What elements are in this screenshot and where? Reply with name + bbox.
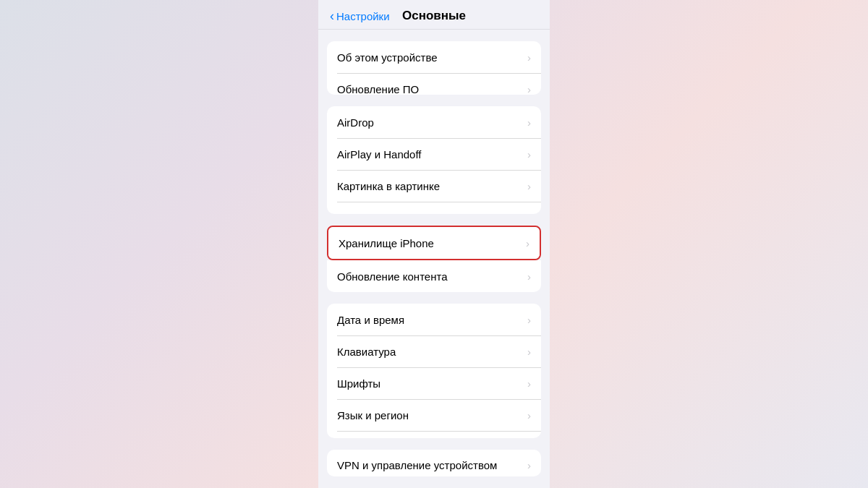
phone-frame: ‹ Настройки Основные Об этом устройстве … [318,0,550,488]
settings-group-5: VPN и управление устройством › [327,450,541,476]
settings-group-3b: Обновление контента › [327,260,541,292]
row-vpn[interactable]: VPN и управление устройством › [327,450,541,476]
row-software-update-label: Обновление ПО [337,83,419,95]
row-keyboard[interactable]: Клавиатура › [327,335,541,367]
row-iphone-storage-chevron-icon: › [526,237,529,249]
row-software-update-chevron-icon: › [527,83,531,95]
row-airdrop[interactable]: AirDrop › [327,106,541,138]
nav-bar: ‹ Настройки Основные [318,0,550,30]
settings-group-1: Об этом устройстве › Обновление ПО › [327,41,541,95]
row-about-chevron-icon: › [527,51,531,64]
row-picture-in-picture-chevron-icon: › [527,180,531,192]
row-carplay-chevron-icon: › [527,212,531,214]
highlighted-storage-inner: Хранилище iPhone › [328,227,540,259]
row-airplay-handoff-label: AirPlay и Handoff [337,148,422,160]
back-label: Настройки [336,10,390,22]
row-dictionary[interactable]: Словарь › [327,431,541,438]
settings-content: Об этом устройстве › Обновление ПО › Air… [318,30,550,488]
row-software-update[interactable]: Обновление ПО › [327,73,541,95]
settings-group-3-container: Хранилище iPhone › Обновление контента › [327,226,541,292]
row-picture-in-picture-label: Картинка в картинке [337,180,440,192]
row-iphone-storage-label: Хранилище iPhone [339,237,434,249]
row-keyboard-chevron-icon: › [527,346,531,358]
row-content-update-label: Обновление контента [337,270,448,283]
back-chevron-icon: ‹ [330,9,334,22]
settings-group-2: AirDrop › AirPlay и Handoff › Картинка в… [327,106,541,214]
row-date-time-chevron-icon: › [527,314,531,326]
row-fonts[interactable]: Шрифты › [327,367,541,399]
row-about[interactable]: Об этом устройстве › [327,41,541,73]
row-content-update[interactable]: Обновление контента › [327,260,541,292]
row-airdrop-label: AirDrop [337,116,374,129]
row-fonts-chevron-icon: › [527,377,531,390]
row-carplay[interactable]: CarPlay › [327,202,541,214]
row-carplay-label: CarPlay [337,212,375,214]
row-airdrop-chevron-icon: › [527,116,531,129]
row-vpn-label: VPN и управление устройством [337,459,497,471]
row-picture-in-picture[interactable]: Картинка в картинке › [327,170,541,202]
row-airplay-handoff[interactable]: AirPlay и Handoff › [327,138,541,170]
row-vpn-chevron-icon: › [527,459,531,471]
row-iphone-storage[interactable]: Хранилище iPhone › [328,227,540,259]
row-about-label: Об этом устройстве [337,51,438,64]
row-date-time-label: Дата и время [337,314,404,326]
row-fonts-label: Шрифты [337,377,380,390]
page-title: Основные [402,9,466,23]
back-button[interactable]: ‹ Настройки [330,9,390,22]
row-language-region[interactable]: Язык и регион › [327,399,541,431]
row-language-region-chevron-icon: › [527,409,531,421]
row-keyboard-label: Клавиатура [337,346,396,358]
row-language-region-label: Язык и регион [337,409,409,421]
row-date-time[interactable]: Дата и время › [327,304,541,335]
row-airplay-handoff-chevron-icon: › [527,148,531,160]
highlighted-storage-wrapper: Хранилище iPhone › [327,226,541,260]
row-content-update-chevron-icon: › [527,270,531,283]
settings-group-4: Дата и время › Клавиатура › Шрифты › Язы… [327,304,541,438]
